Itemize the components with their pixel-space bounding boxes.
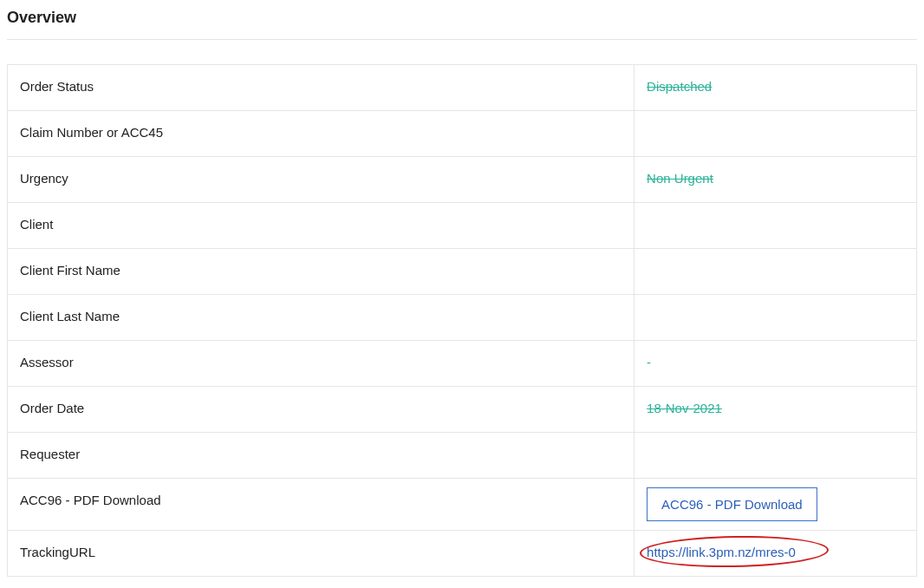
row-tracking-url: TrackingURL https://link.3pm.nz/mres-0 (8, 531, 916, 577)
label-urgency: Urgency (8, 157, 634, 202)
value-order-status: Dispatched (634, 65, 916, 110)
row-order-status: Order Status Dispatched (8, 65, 916, 111)
value-acc96: ACC96 - PDF Download (634, 479, 916, 530)
assessor-text: - (647, 355, 651, 369)
row-order-date: Order Date 18-Nov-2021 (8, 387, 916, 433)
tracking-url-link[interactable]: https://link.3pm.nz/mres-0 (647, 545, 796, 559)
label-claim-number: Claim Number or ACC45 (8, 111, 634, 156)
label-client-first-name: Client First Name (8, 249, 634, 294)
row-client-first-name: Client First Name (8, 249, 916, 295)
label-client-last-name: Client Last Name (8, 295, 634, 340)
value-urgency: Non Urgent (634, 157, 916, 202)
value-requester (634, 433, 916, 478)
row-acc96: ACC96 - PDF Download ACC96 - PDF Downloa… (8, 479, 916, 531)
urgency-text: Non Urgent (647, 171, 713, 186)
value-order-date: 18-Nov-2021 (634, 387, 916, 432)
row-requester: Requester (8, 433, 916, 479)
label-order-date: Order Date (8, 387, 634, 432)
row-assessor: Assessor - (8, 341, 916, 387)
order-date-text: 18-Nov-2021 (647, 401, 722, 415)
value-client (634, 203, 916, 248)
overview-table: Order Status Dispatched Claim Number or … (7, 64, 917, 577)
row-client-last-name: Client Last Name (8, 295, 916, 341)
value-client-last-name (634, 295, 916, 340)
label-acc96: ACC96 - PDF Download (8, 479, 634, 530)
label-order-status: Order Status (8, 65, 634, 110)
order-status-text: Dispatched (647, 79, 712, 94)
value-client-first-name (634, 249, 916, 294)
label-tracking-url: TrackingURL (8, 531, 634, 576)
value-claim-number (634, 111, 916, 156)
value-assessor: - (634, 341, 916, 386)
row-urgency: Urgency Non Urgent (8, 157, 916, 203)
label-client: Client (8, 203, 634, 248)
label-assessor: Assessor (8, 341, 634, 386)
section-title: Overview (7, 7, 917, 40)
row-client: Client (8, 203, 916, 249)
value-tracking-url: https://link.3pm.nz/mres-0 (634, 531, 916, 576)
acc96-pdf-download-button[interactable]: ACC96 - PDF Download (647, 487, 817, 521)
label-requester: Requester (8, 433, 634, 478)
row-claim-number: Claim Number or ACC45 (8, 111, 916, 157)
